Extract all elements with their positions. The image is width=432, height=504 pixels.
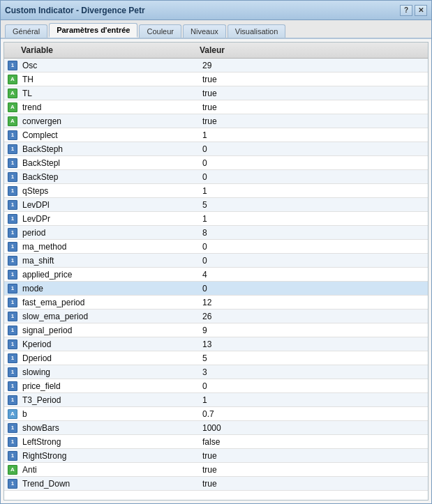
- table-row[interactable]: 1slow_ema_period26: [4, 310, 428, 323]
- table-row[interactable]: AAntitrue: [4, 463, 428, 477]
- tab-parameters[interactable]: Paramètres d'entrée: [49, 23, 137, 38]
- table-row[interactable]: 1T3_Period1: [4, 393, 428, 407]
- table-row[interactable]: 1RightStrongtrue: [4, 449, 428, 463]
- main-window: Custom Indicator - Divergence Petr ? ✕ G…: [0, 0, 432, 504]
- variable-value: 0: [201, 158, 428, 168]
- table-row[interactable]: 1BackStep0: [4, 170, 428, 184]
- int-icon: 1: [6, 129, 20, 142]
- variable-name: convergen: [20, 116, 201, 126]
- tab-general[interactable]: Général: [5, 24, 47, 38]
- table-row[interactable]: 1Dperiod5: [4, 351, 428, 365]
- table-row[interactable]: 1LevDPl5: [4, 198, 428, 212]
- close-button[interactable]: ✕: [415, 5, 427, 16]
- title-bar: Custom Indicator - Divergence Petr ? ✕: [1, 1, 431, 20]
- table-row[interactable]: 1qSteps1: [4, 184, 428, 198]
- variable-value: 1: [201, 395, 428, 405]
- int-icon: 1: [6, 199, 20, 211]
- variable-value: 1: [201, 214, 428, 224]
- tabs-bar: Général Paramètres d'entrée Couleur Nive…: [1, 20, 431, 39]
- table-row[interactable]: 1LevDPr1: [4, 212, 428, 226]
- variable-value: 0: [201, 381, 428, 391]
- tab-visualisation[interactable]: Visualisation: [228, 24, 286, 38]
- variable-name: fast_ema_period: [20, 298, 201, 307]
- bool-green-icon: A: [6, 115, 20, 128]
- variable-name: period: [20, 228, 201, 238]
- table-row[interactable]: 1ma_method0: [4, 240, 428, 254]
- variable-name: price_field: [20, 381, 201, 391]
- int-icon: 1: [6, 450, 20, 462]
- variable-name: slowing: [20, 367, 201, 377]
- table-row[interactable]: 1slowing3: [4, 365, 428, 379]
- table-row[interactable]: ATHtrue: [4, 72, 428, 86]
- variable-name: BackStep: [20, 172, 201, 182]
- table-row[interactable]: Atrendtrue: [4, 100, 428, 114]
- bool-green-icon: A: [6, 73, 20, 86]
- header-value: Valeur: [200, 45, 428, 55]
- variable-name: RightStrong: [20, 451, 201, 461]
- variable-value: 9: [201, 326, 428, 335]
- bool-green-icon: A: [6, 464, 20, 476]
- variable-value: 29: [201, 61, 428, 70]
- table-row[interactable]: 1applied_price4: [4, 268, 428, 282]
- title-buttons: ? ✕: [400, 5, 427, 16]
- int-icon: 1: [6, 296, 20, 309]
- table-row[interactable]: 1Trend_Downtrue: [4, 477, 428, 491]
- bool-blue-icon: A: [6, 408, 20, 420]
- table-row[interactable]: 1mode0: [4, 282, 428, 296]
- variable-name: ma_method: [20, 242, 201, 252]
- variable-value: 13: [201, 339, 428, 349]
- variable-name: TH: [20, 75, 201, 84]
- variable-name: slow_ema_period: [20, 312, 201, 321]
- tab-levels[interactable]: Niveaux: [183, 24, 226, 38]
- int-icon: 1: [6, 380, 20, 392]
- table-row[interactable]: 1price_field0: [4, 379, 428, 393]
- int-icon: 1: [6, 422, 20, 434]
- variable-name: Trend_Down: [20, 479, 201, 489]
- variable-value: 12: [201, 298, 428, 307]
- int-icon: 1: [6, 213, 20, 225]
- table-row[interactable]: Ab0.7: [4, 407, 428, 421]
- variable-name: mode: [20, 284, 201, 293]
- variable-value: 5: [201, 353, 428, 363]
- variable-value: true: [201, 75, 428, 84]
- parameters-table: Variable Valeur 1Osc29ATHtrueATLtrueAtre…: [3, 42, 429, 501]
- int-icon: 1: [6, 254, 20, 267]
- variable-name: LeftStrong: [20, 437, 201, 447]
- table-row[interactable]: Aconvergentrue: [4, 114, 428, 128]
- table-row[interactable]: 1Complect1: [4, 128, 428, 142]
- variable-name: Dperiod: [20, 353, 201, 363]
- variable-name: Anti: [20, 465, 201, 475]
- table-row[interactable]: 1ma_shift0: [4, 254, 428, 268]
- help-button[interactable]: ?: [400, 5, 412, 16]
- table-row[interactable]: 1BackSteph0: [4, 142, 428, 156]
- table-scroll[interactable]: 1Osc29ATHtrueATLtrueAtrendtrueAconvergen…: [4, 59, 428, 500]
- int-icon: 1: [6, 324, 20, 337]
- table-row[interactable]: 1showBars1000: [4, 421, 428, 435]
- variable-value: 3: [201, 367, 428, 377]
- table-row[interactable]: ATLtrue: [4, 86, 428, 100]
- variable-value: 4: [201, 270, 428, 280]
- int-icon: 1: [6, 59, 20, 72]
- table-row[interactable]: 1LeftStrongfalse: [4, 435, 428, 449]
- table-row[interactable]: 1signal_period9: [4, 323, 428, 337]
- variable-name: LevDPl: [20, 200, 201, 210]
- variable-name: BackStepl: [20, 158, 201, 168]
- table-header: Variable Valeur: [4, 43, 428, 59]
- tab-colour[interactable]: Couleur: [139, 24, 181, 38]
- table-row[interactable]: 1period8: [4, 226, 428, 240]
- table-row[interactable]: 1fast_ema_period12: [4, 296, 428, 310]
- variable-value: 0: [201, 172, 428, 182]
- int-icon: 1: [6, 268, 20, 281]
- variable-value: 1000: [201, 423, 428, 433]
- int-icon: 1: [6, 171, 20, 183]
- variable-value: 8: [201, 228, 428, 238]
- int-icon: 1: [6, 310, 20, 323]
- table-row[interactable]: 1Kperiod13: [4, 337, 428, 351]
- variable-value: 0: [201, 256, 428, 266]
- variable-name: ma_shift: [20, 256, 201, 266]
- table-row[interactable]: 1BackStepl0: [4, 156, 428, 170]
- int-icon: 1: [6, 282, 20, 295]
- int-icon: 1: [6, 366, 20, 379]
- table-row[interactable]: 1Osc29: [4, 59, 428, 72]
- variable-value: 1: [201, 186, 428, 196]
